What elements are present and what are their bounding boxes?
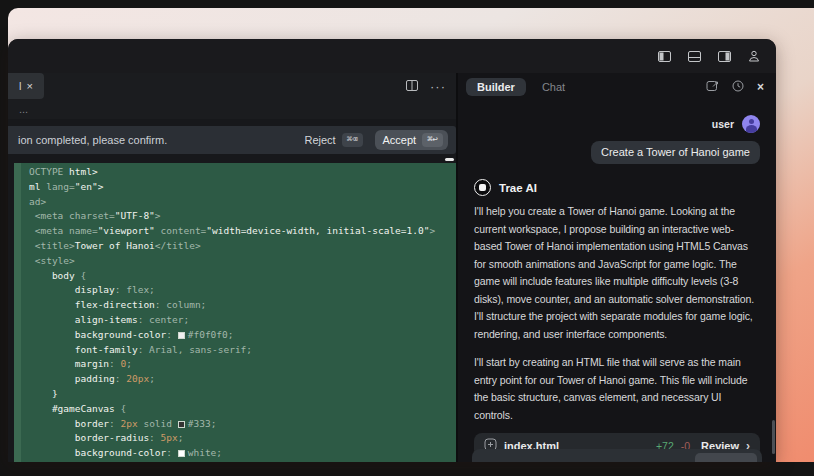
layout-sidebar-left-icon[interactable] [658,51,671,62]
color-swatch [178,332,185,339]
code-area: OCTYPE html>ml lang="en">ad> <meta chars… [8,163,456,462]
reject-shortcut-badge: ⌘⌫ [342,133,363,147]
split-editor-icon[interactable] [406,77,418,95]
assistant-paragraph-1: I'll help you create a Tower of Hanoi ga… [474,203,760,343]
titlebar [8,39,776,73]
reject-button[interactable]: Reject ⌘⌫ [304,133,362,147]
tab-close-icon[interactable]: × [27,80,33,92]
chat-body: user Create a Tower of Hanoi game Trae A… [458,99,776,462]
editor-tab-label: l [19,80,21,92]
accept-shortcut-badge: ⌘↩ [422,133,443,147]
layout-panel-bottom-icon[interactable] [688,51,701,62]
ai-chat-panel: Builder Chat × user [458,73,776,462]
breadcrumb: ... [8,99,456,119]
user-label: user [712,118,734,130]
close-panel-icon[interactable]: × [757,81,764,93]
editor-tab-bar: l × ··· [8,73,456,99]
chat-input[interactable] [472,449,762,462]
account-icon[interactable] [748,50,760,62]
confirm-message: ion completed, please confirm. [18,134,304,146]
diff-gutter [14,163,21,462]
trae-ai-avatar [474,179,491,196]
app-window: l × ··· ... ion completed, please confir… [8,39,776,462]
send-button[interactable] [695,453,757,462]
diff-added-block: OCTYPE html>ml lang="en">ad> <meta chars… [14,163,456,462]
tab-chat[interactable]: Chat [542,81,565,93]
editor-scrollbar-thumb[interactable] [445,158,454,161]
layout-sidebar-right-icon[interactable] [718,51,731,62]
history-icon[interactable] [732,78,744,96]
editor-tab[interactable]: l × [8,73,44,99]
assistant-paragraph-2: I'll start by creating an HTML file that… [474,354,760,424]
more-actions-icon[interactable]: ··· [430,80,446,93]
tab-builder[interactable]: Builder [466,78,526,96]
diff-code[interactable]: OCTYPE html>ml lang="en">ad> <meta chars… [14,163,456,461]
chat-scrollbar-thumb[interactable] [772,420,775,454]
editor-pane: l × ··· ... ion completed, please confir… [8,73,458,462]
color-swatch [178,421,185,428]
accept-button[interactable]: Accept ⌘↩ [375,130,448,150]
diff-confirm-bar: ion completed, please confirm. Reject ⌘⌫… [8,126,456,154]
user-avatar [742,115,760,133]
color-swatch [178,450,185,457]
chat-header: Builder Chat × [458,73,776,99]
new-session-icon[interactable] [706,78,719,96]
user-message-bubble: Create a Tower of Hanoi game [591,141,760,164]
assistant-name: Trae AI [499,182,537,194]
